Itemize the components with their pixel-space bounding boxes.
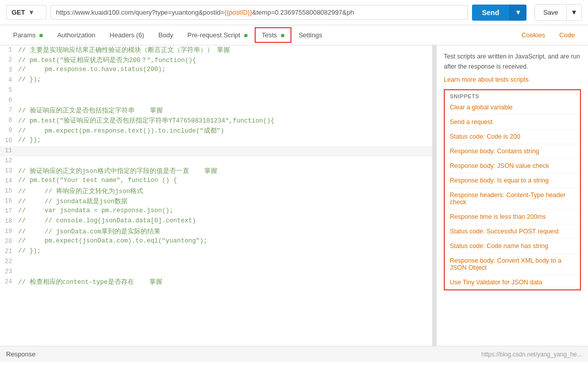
line-content: // // jsonData.com掌到的是实际的结果 [18,227,432,236]
snippet-item[interactable]: Use Tiny Validator for JSON data [445,275,580,289]
code-line: 22 [0,257,432,267]
line-number: 23 [0,268,18,275]
line-content: // }); [18,137,432,144]
snippet-item[interactable]: Response body: Contains string [445,144,580,158]
url-var: {{postID}} [224,9,252,16]
tab-settings[interactable]: Settings [291,26,329,44]
line-number: 5 [0,86,18,94]
code-line: 14// pm.test("Your test name", function … [0,176,432,187]
method-select[interactable]: GET ▼ [6,5,46,20]
code-line: 8// pm.test("验证响应的正文是否包括指定字符串YT476508318… [0,116,432,126]
snippet-item[interactable]: Send a request [445,114,580,129]
line-content: // }); [18,76,432,83]
code-line: 3// pm.response.to.have.status(200); [0,66,432,76]
save-button[interactable]: Save [535,5,566,20]
main-content: 1// 主要是实现响应结果正确性验证的模块（断言正文（字符串）） 掌握2// p… [0,45,588,346]
tab-code[interactable]: Code [552,26,582,44]
line-number: 11 [0,147,18,154]
snippet-item[interactable]: Status code: Successful POST request [445,224,580,238]
line-content: // 主要是实现响应结果正确性验证的模块（断言正文（字符串）） 掌握 [18,46,432,54]
tab-cookies[interactable]: Cookies [514,26,552,44]
code-line: 10// }); [0,136,432,146]
line-content: // pm.test("Your test name", function ()… [18,177,432,184]
code-line: 6 [0,96,432,106]
line-number: 7 [0,106,18,114]
code-line: 19// // jsonData.com掌到的是实际的结果 [0,227,432,237]
line-number: 3 [0,66,18,74]
panel-description: Test scripts are written in JavaScript, … [444,51,581,72]
line-number: 24 [0,278,18,285]
line-number: 12 [0,157,18,164]
line-number: 15 [0,187,18,195]
line-content: // 验证响应的正文是否包括指定字符串 掌握 [18,106,432,115]
line-number: 18 [0,217,18,225]
code-line: 4// }); [0,76,432,86]
line-number: 13 [0,167,18,174]
line-content: // 验证响应的正文的json格式中指定的字段的值是否一直 掌握 [18,167,432,175]
code-line: 15// // 将响应的正文转化为json格式 [0,187,432,197]
code-line: 16// // jsondata就是json数据 [0,197,432,207]
snippet-item[interactable]: Response headers: Content-Type header ch… [445,188,580,209]
code-line: 1// 主要是实现响应结果正确性验证的模块（断言正文（字符串）） 掌握 [0,45,432,55]
line-number: 4 [0,76,18,84]
send-button[interactable]: Send [472,5,509,21]
code-line: 13// 验证响应的正文的json格式中指定的字段的值是否一直 掌握 [0,166,432,176]
code-line: 17// var jsondata = pm.response.json(); [0,207,432,217]
snippet-item[interactable]: Status code: Code is 200 [445,129,580,144]
save-button-group: Save ▼ [535,4,582,21]
line-number: 8 [0,116,18,124]
snippet-item[interactable]: Response body: Convert XML body to a JSO… [445,253,580,275]
snippet-item[interactable]: Clear a global variable [445,100,580,114]
tab-authorization[interactable]: Authorization [50,26,102,44]
code-line: 12 [0,156,432,166]
line-number: 19 [0,227,18,235]
line-content: // // jsondata就是json数据 [18,197,432,206]
line-number: 9 [0,127,18,134]
line-content: // }); [18,248,432,255]
line-content: // // 将响应的正文转化为json格式 [18,187,432,196]
snippets-list: Clear a global variableSend a requestSta… [445,100,580,289]
send-button-group: Send ▼ [472,5,526,21]
tab-headers[interactable]: Headers (6) [102,26,151,44]
scrollbar[interactable] [433,45,437,346]
code-line: 9// pm.expect(pm.response.text()).to.inc… [0,126,432,136]
line-content: // pm.expect(jsonData.com).to.eql("yuant… [18,237,432,245]
snippet-item[interactable]: Status code: Code name has string [445,238,580,253]
tab-body[interactable]: Body [151,26,181,44]
code-editor[interactable]: 1// 主要是实现响应结果正确性验证的模块（断言正文（字符串）） 掌握2// p… [0,45,433,346]
url-input[interactable]: https://www.kuaidi100.com/query?type=yua… [50,5,468,20]
code-line: 24// 检查相应的content-type是否存在 掌握 [0,277,432,287]
tab-bar: Params Authorization Headers (6) Body Pr… [0,25,588,45]
line-number: 10 [0,137,18,144]
snippet-item[interactable]: Response time is less than 200ms [445,209,580,224]
params-dot [39,34,43,37]
tab-params[interactable]: Params [6,26,50,44]
tab-right-group: Cookies Code [514,26,582,44]
line-number: 20 [0,237,18,245]
method-dropdown-arrow: ▼ [28,9,35,16]
learn-more-link[interactable]: Learn more about tests scripts [444,76,528,83]
line-number: 16 [0,197,18,205]
line-number: 2 [0,56,18,64]
line-content: // pm.expect(pm.response.text()).to.incl… [18,127,432,135]
line-content: // pm.response.to.have.status(200); [18,66,432,73]
line-number: 17 [0,207,18,215]
snippet-item[interactable]: Response body: JSON value check [445,158,580,173]
line-content: // pm.test("验证响应的正文是否包括指定字符串YT4765083181… [18,116,432,125]
line-content: // pm.test("验证相应状态码是否为200？",function(){ [18,56,432,65]
tab-tests[interactable]: Tests [255,27,291,43]
send-dropdown-button[interactable]: ▼ [509,5,526,21]
code-line: 20// pm.expect(jsonData.com).to.eql("yua… [0,237,432,247]
snippets-title: SNIPPETS [445,90,580,100]
tab-prerequest[interactable]: Pre-request Script [181,26,255,44]
line-content: // var jsondata = pm.response.json(); [18,207,432,214]
snippet-item[interactable]: Response body: Is equal to a string [445,173,580,188]
save-dropdown-button[interactable]: ▼ [566,5,581,20]
top-bar: GET ▼ https://www.kuaidi100.com/query?ty… [0,0,588,25]
url-suffix: &temp=0.23697558008082997&ph [252,9,354,16]
code-line: 11 [0,146,432,156]
code-line: 18// // console.log(jsonData.data[0].con… [0,217,432,227]
line-number: 14 [0,177,18,185]
code-line: 7// 验证响应的正文是否包括指定字符串 掌握 [0,106,432,116]
code-line: 5 [0,86,432,96]
